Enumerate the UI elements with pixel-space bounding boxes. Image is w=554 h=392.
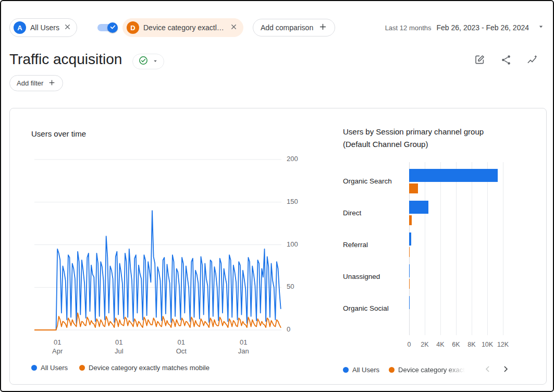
edit-report-icon — [474, 54, 486, 67]
legend-dot-orange — [79, 365, 85, 371]
x-tick-label: 6K — [452, 341, 460, 348]
date-preset-label: Last 12 months — [385, 24, 432, 32]
users-over-time-chart — [34, 155, 281, 335]
x-tick-label: 0 — [408, 341, 411, 348]
line-chart-legend: All Users Device category exactly matche… — [31, 364, 210, 372]
x-tick-label: 01Jan — [238, 338, 249, 356]
x-tick-label: 8K — [467, 341, 475, 348]
y-tick-label: 0 — [287, 325, 305, 333]
legend-dot-blue — [343, 367, 349, 373]
bar-row: Organic Search — [343, 165, 503, 197]
legend-label: Device category exactly matches mobile — [398, 366, 465, 374]
bar-all-users — [409, 232, 411, 246]
close-icon — [64, 23, 71, 32]
add-filter-label: Add filter — [17, 79, 43, 87]
date-range-selector[interactable]: Last 12 months Feb 26, 2023 - Feb 26, 20… — [385, 18, 545, 37]
bar-row: Unassigned — [343, 261, 503, 292]
legend-prev-page-button[interactable] — [483, 364, 493, 376]
bar-group — [409, 165, 503, 197]
bar-comparison — [409, 247, 410, 257]
report-validity-badge[interactable] — [132, 54, 164, 69]
bar-category-label: Organic Search — [343, 177, 409, 185]
y-tick-label: 50 — [287, 283, 305, 290]
check-icon — [109, 23, 116, 32]
bar-category-label: Referral — [343, 241, 409, 249]
add-comparison-button[interactable]: Add comparison — [253, 19, 335, 36]
bar-group — [409, 197, 503, 229]
remove-comparison-d-button[interactable] — [230, 23, 238, 32]
remove-comparison-a-button[interactable] — [64, 23, 71, 32]
comparison-pill-device-category[interactable]: D Device category exactly matches mobile — [122, 18, 243, 37]
x-tick-label: 01Apr — [52, 338, 63, 356]
bar-category-label: Direct — [343, 209, 409, 217]
comparison-d-badge: D — [127, 21, 139, 34]
legend-item: Device category exactly matches mobile — [79, 364, 210, 372]
bar-group — [409, 261, 503, 292]
legend-label: All Users — [41, 364, 68, 372]
legend-label: Device category exactly matches mobile — [89, 364, 210, 372]
caret-down-icon — [152, 57, 158, 66]
bar-group — [409, 292, 503, 324]
chevron-right-icon — [500, 364, 511, 376]
legend-item: All Users — [31, 364, 68, 372]
toggle-knob — [107, 22, 118, 33]
bar-row: Organic Social — [343, 292, 503, 324]
add-filter-button[interactable]: Add filter — [9, 75, 63, 91]
bar-chart-legend: All Users Device category exactly matche… — [343, 364, 511, 376]
comparison-pill-all-users[interactable]: A All Users — [9, 18, 77, 37]
legend-label: All Users — [352, 366, 379, 374]
bar-row: Direct — [343, 197, 503, 229]
x-tick-label: 12K — [497, 341, 509, 348]
traffic-acquisition-report: A All Users D Device category exactly ma… — [0, 0, 554, 392]
y-tick-label: 200 — [287, 155, 305, 163]
add-comparison-label: Add comparison — [261, 23, 313, 32]
caret-down-icon — [537, 23, 545, 32]
page-title: Traffic acquisition — [9, 51, 122, 68]
x-tick-label: 01Jul — [115, 338, 124, 356]
chevron-left-icon — [483, 364, 493, 376]
plus-icon — [48, 79, 56, 88]
bar-row: Referral — [343, 229, 503, 261]
bar-all-users — [409, 169, 498, 182]
legend-item: Device category exactly matches mobile — [389, 366, 465, 374]
check-circle-icon — [138, 55, 149, 68]
y-tick-label: 100 — [287, 240, 305, 248]
legend-dot-orange — [389, 367, 395, 373]
legend-item: All Users — [343, 366, 379, 374]
bar-chart-x-axis: 02K4K6K8K10K12K — [409, 341, 503, 349]
x-tick-label: 01Oct — [176, 338, 187, 356]
close-icon — [230, 23, 238, 32]
bar-all-users — [409, 201, 428, 214]
comparison-d-label: Device category exactly matches mobile — [143, 23, 226, 32]
legend-next-page-button[interactable] — [500, 364, 511, 376]
bar-chart-title: Users by Session primary channel group (… — [343, 126, 511, 151]
x-tick-label: 10K — [482, 341, 493, 348]
customize-report-button[interactable] — [474, 54, 486, 67]
comparison-a-badge: A — [14, 21, 26, 34]
share-icon — [500, 54, 512, 67]
x-tick-label: 4K — [436, 341, 444, 348]
share-report-button[interactable] — [500, 54, 512, 67]
bar-category-label: Unassigned — [343, 273, 409, 280]
y-tick-label: 150 — [287, 198, 305, 205]
comparison-a-label: All Users — [30, 23, 59, 32]
plus-icon — [318, 22, 327, 33]
bar-group — [409, 229, 503, 261]
comparison-toggle[interactable] — [97, 24, 116, 31]
bar-category-label: Organic Social — [343, 304, 409, 312]
legend-dot-blue — [31, 365, 37, 371]
bar-comparison — [409, 215, 412, 225]
x-tick-label: 2K — [421, 341, 428, 348]
bar-comparison — [409, 183, 418, 193]
line-chart-title: Users over time — [31, 129, 86, 138]
date-range-label: Feb 26, 2023 - Feb 26, 2024 — [437, 23, 529, 32]
charts-card: Users over time 050100150200 01Apr01Jul0… — [9, 108, 547, 385]
channel-group-bar-chart: Organic SearchDirectReferralUnassignedOr… — [343, 165, 503, 324]
insights-button[interactable] — [526, 54, 538, 67]
insights-icon — [526, 54, 538, 67]
